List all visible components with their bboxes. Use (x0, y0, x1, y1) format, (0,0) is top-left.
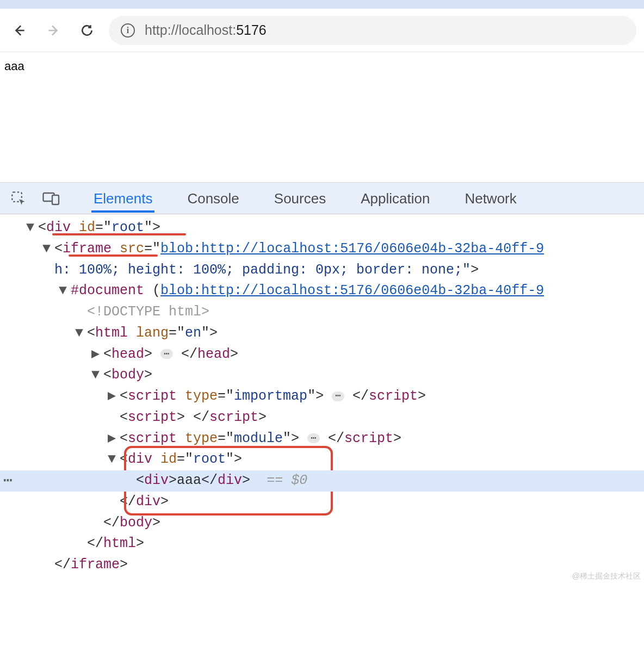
dom-node[interactable]: ▶<head> ⋯ </head> (0, 344, 644, 365)
tab-sources[interactable]: Sources (272, 184, 328, 213)
dom-node[interactable]: </body> (0, 513, 644, 534)
device-toggle-icon[interactable] (41, 189, 61, 208)
ellipsis-icon[interactable]: ⋯ (160, 349, 173, 359)
tab-network[interactable]: Network (462, 184, 518, 213)
chevron-right-icon[interactable]: ▶ (108, 386, 120, 407)
chevron-down-icon[interactable]: ▼ (75, 323, 87, 344)
dom-node[interactable]: </html> (0, 533, 644, 555)
dom-node[interactable]: ▼<div id="root"> (0, 449, 644, 470)
dom-node[interactable]: ▶<script type="module"> ⋯ </script> (0, 428, 644, 450)
nav-reload-button[interactable] (75, 20, 99, 41)
elements-tree[interactable]: ▼<div id="root"> ▼<iframe src="blob:http… (0, 214, 644, 582)
annotation-underline (52, 233, 186, 235)
annotation-underline (69, 254, 158, 257)
tab-elements[interactable]: Elements (91, 184, 154, 213)
svg-rect-2 (52, 195, 59, 204)
dom-node[interactable]: ▼<html lang="en"> (0, 323, 644, 344)
watermark: @稀土掘金技术社区 (572, 572, 641, 581)
site-info-icon[interactable]: i (121, 23, 135, 38)
dom-node-style: h: 100%; height: 100%; padding: 0px; bor… (0, 260, 644, 281)
chevron-down-icon[interactable]: ▼ (91, 365, 103, 386)
tab-console[interactable]: Console (185, 184, 241, 213)
ellipsis-icon[interactable]: ⋯ (307, 433, 320, 443)
nav-forward-button[interactable] (41, 20, 65, 41)
url-text: http://localhost:5176 (145, 22, 267, 38)
dom-node[interactable]: ▼<body> (0, 365, 644, 386)
tab-application[interactable]: Application (358, 184, 432, 213)
chevron-right-icon[interactable]: ▶ (108, 428, 120, 450)
ellipsis-icon[interactable]: ⋯ (332, 392, 344, 401)
chevron-down-icon[interactable]: ▼ (59, 281, 71, 302)
chevron-down-icon[interactable]: ▼ (26, 218, 38, 239)
chevron-down-icon[interactable]: ▼ (42, 239, 54, 260)
window-top-spacer (0, 0, 644, 9)
inspect-icon[interactable] (9, 189, 28, 208)
address-bar[interactable]: i http://localhost:5176 (109, 16, 636, 45)
more-icon[interactable]: ⋯ (3, 469, 13, 493)
devtools-panel: Elements Console Sources Application Net… (0, 183, 644, 582)
dom-node[interactable]: ▶<script type="importmap"> ⋯ </script> (0, 386, 644, 407)
dom-node: <!DOCTYPE html> (0, 302, 644, 323)
dom-node[interactable]: ▼#document (blob:http://localhost:5176/0… (0, 281, 644, 302)
dom-node[interactable]: </div> (0, 492, 644, 513)
dom-node[interactable]: <script> </script> (0, 407, 644, 428)
dom-node-selected[interactable]: ⋯ <div>aaa</div> == $0 (0, 470, 644, 492)
chevron-right-icon[interactable]: ▶ (91, 344, 103, 365)
browser-toolbar: i http://localhost:5176 (0, 9, 644, 52)
devtools-tab-bar: Elements Console Sources Application Net… (0, 183, 644, 214)
chevron-down-icon[interactable]: ▼ (108, 449, 120, 470)
page-content: aaa (4, 59, 24, 73)
page-viewport: aaa (0, 52, 644, 183)
nav-back-button[interactable] (8, 20, 32, 41)
dom-node[interactable]: </iframe> (0, 555, 644, 576)
